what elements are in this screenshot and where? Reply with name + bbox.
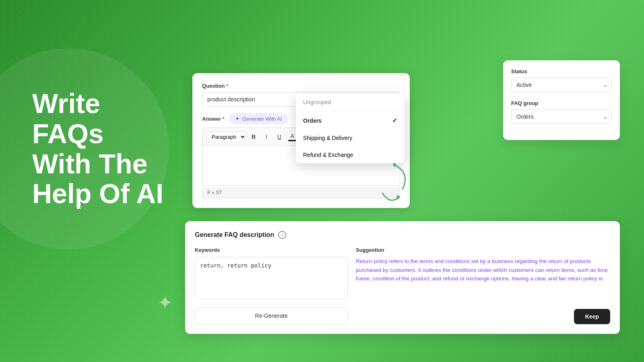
side-panel: Status Active FAQ group Orders <box>503 60 620 140</box>
generate-panel-title: Generate FAQ description <box>195 231 274 239</box>
hero-text: Write FAQs With The Help Of AI <box>32 88 163 209</box>
keywords-textarea[interactable]: return, return policy <box>195 257 348 299</box>
italic-button[interactable]: I <box>261 131 272 142</box>
ai-icon: ✦ <box>235 115 240 122</box>
check-icon: ✓ <box>392 117 397 124</box>
generate-content: Keywords return, return policy Suggestio… <box>195 247 610 301</box>
status-select[interactable]: Active <box>511 78 612 92</box>
suggestion-label: Suggestion <box>356 247 610 253</box>
content-area: Question * Answer * ✦ Generate With AI P… <box>185 56 620 338</box>
required-star-answer: * <box>223 116 225 122</box>
dropdown-item-label-refund: Refund & Exchange <box>303 152 353 158</box>
dropdown-item-orders[interactable]: Orders ✓ <box>296 111 405 130</box>
keywords-section: Keywords return, return policy <box>195 247 348 301</box>
info-icon[interactable]: i <box>278 231 286 239</box>
suggestion-text: Return policy refers to the terms and co… <box>356 257 610 283</box>
dropdown-header: Ungrouped <box>296 93 405 111</box>
faq-group-select-wrapper: Orders <box>511 109 612 124</box>
dropdown-item-refund[interactable]: Refund & Exchange <box>296 146 405 163</box>
generate-ai-button[interactable]: ✦ Generate With AI <box>229 113 288 124</box>
generate-panel-header: Generate FAQ description i <box>195 231 610 239</box>
faq-group-select[interactable]: Orders <box>511 109 612 124</box>
dropdown-panel: Ungrouped Orders ✓ Shipping & Delivery R… <box>296 93 405 163</box>
dropdown-item-shipping[interactable]: Shipping & Delivery <box>296 130 405 146</box>
status-label: Status <box>511 68 612 74</box>
generate-panel: Generate FAQ description i Keywords retu… <box>185 221 620 334</box>
keywords-label: Keywords <box>195 247 348 253</box>
answer-label: Answer * <box>202 116 225 122</box>
bold-button[interactable]: B <box>248 131 259 142</box>
dropdown-item-label-orders: Orders <box>303 117 322 124</box>
status-select-wrapper: Active <box>511 78 612 92</box>
question-label: Question * <box>202 83 400 89</box>
paragraph-select[interactable]: Paragraph <box>206 132 246 142</box>
color-letter: A <box>290 133 294 139</box>
color-indicator <box>288 140 296 141</box>
regenerate-button[interactable]: Re-Generate <box>195 307 348 324</box>
star-decoration: ✦ <box>157 291 173 314</box>
breadcrumb-bar: P » ST <box>202 187 400 198</box>
underline-button[interactable]: U <box>274 131 285 142</box>
dropdown-item-label-shipping: Shipping & Delivery <box>303 135 352 141</box>
faq-group-label: FAQ group <box>511 100 612 106</box>
keep-button[interactable]: Keep <box>574 309 610 324</box>
required-star: * <box>226 83 228 89</box>
suggestion-section: Suggestion Return policy refers to the t… <box>356 247 610 301</box>
